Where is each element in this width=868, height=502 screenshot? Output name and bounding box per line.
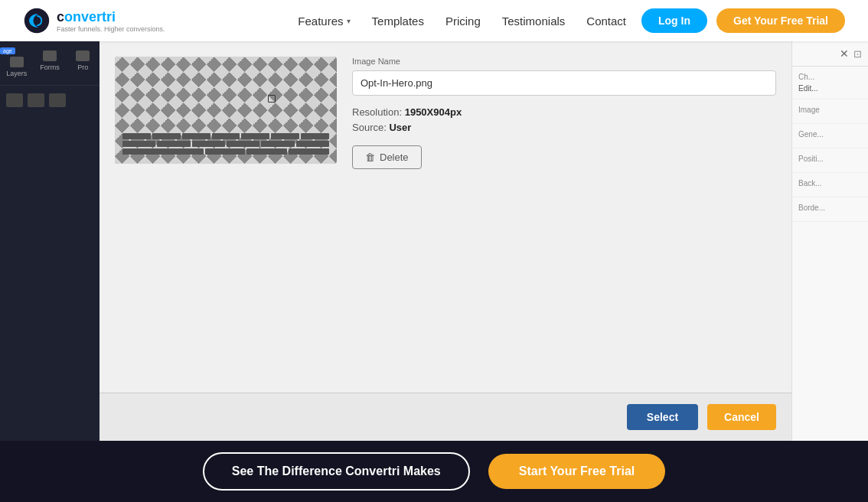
image-name-input[interactable]	[352, 70, 776, 96]
editor-background: Faster Funnels. Higher Conversions. With…	[0, 41, 868, 502]
key	[122, 133, 151, 139]
resolution-value: 1950X904px	[405, 106, 462, 118]
select-button[interactable]: Select	[627, 404, 698, 430]
key	[205, 148, 246, 155]
key-row-2	[122, 141, 329, 147]
key	[271, 133, 299, 139]
login-button[interactable]: Log In	[641, 8, 707, 33]
start-trial-button[interactable]: Start Your Free Trial	[488, 454, 665, 489]
svg-point-0	[24, 8, 49, 33]
resolution-row: Resolution: 1950X904px	[352, 106, 776, 118]
key	[122, 141, 155, 147]
source-value: User	[389, 122, 411, 133]
key	[261, 141, 294, 147]
key	[182, 133, 210, 139]
see-difference-button[interactable]: See The Difference Convertri Makes	[203, 452, 470, 491]
keyboard-keys	[122, 133, 329, 156]
modal-content: Image Name Resolution: 1950X904px Source…	[100, 41, 791, 393]
get-free-trial-button[interactable]: Get Your Free Trial	[716, 8, 845, 33]
navbar: convertri Faster funnels. Higher convers…	[0, 0, 868, 41]
nav-links: Features ▾ Templates Pricing Testimonial…	[298, 15, 626, 28]
source-row: Source: User	[352, 122, 776, 133]
delete-button[interactable]: 🗑 Delete	[352, 145, 422, 169]
image-info-panel: Image Name Resolution: 1950X904px Source…	[352, 57, 776, 377]
key-spacebar	[122, 148, 204, 155]
key	[192, 141, 225, 147]
image-detail-modal: Image Name Resolution: 1950X904px Source…	[100, 41, 791, 441]
key	[152, 133, 181, 139]
key	[246, 148, 287, 155]
logo-tagline: Faster funnels. Higher conversions.	[57, 25, 165, 33]
keyboard-image	[115, 57, 337, 164]
key-row-3	[122, 148, 329, 155]
nav-pricing[interactable]: Pricing	[445, 15, 481, 28]
key	[289, 148, 329, 155]
logo-text-wrapper: convertri Faster funnels. Higher convers…	[57, 9, 165, 33]
modal-footer: Select Cancel	[100, 393, 791, 441]
key	[212, 133, 240, 139]
image-preview	[115, 57, 337, 164]
nav-testimonials[interactable]: Testimonials	[502, 15, 566, 28]
logo-icon	[23, 7, 51, 34]
nav-contact[interactable]: Contact	[586, 15, 626, 28]
key	[227, 141, 259, 147]
key	[296, 141, 329, 147]
key	[241, 133, 269, 139]
key	[157, 141, 190, 147]
image-name-label: Image Name	[352, 57, 776, 66]
nav-templates[interactable]: Templates	[372, 15, 424, 28]
cta-bar: See The Difference Convertri Makes Start…	[0, 441, 868, 502]
trash-icon: 🗑	[365, 152, 375, 163]
nav-features[interactable]: Features ▾	[298, 15, 350, 28]
logo-area: convertri Faster funnels. Higher convers…	[23, 7, 165, 34]
chevron-down-icon: ▾	[347, 17, 351, 25]
key	[301, 133, 329, 139]
cancel-button[interactable]: Cancel	[707, 404, 776, 430]
key-row-1	[122, 133, 329, 139]
logo-brand: convertri	[57, 9, 165, 25]
